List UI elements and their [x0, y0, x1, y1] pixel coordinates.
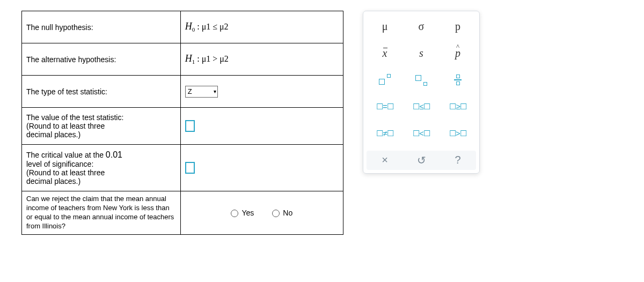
symbol-phat[interactable]: p — [442, 43, 474, 63]
option-no[interactable]: No — [272, 209, 292, 217]
question-text: Can we reject the claim that the mean an… — [22, 191, 181, 235]
null-hypothesis-label: The null hypothesis: — [22, 11, 181, 43]
relation-neq[interactable]: ☐≠☐ — [369, 124, 401, 143]
radio-icon — [231, 210, 238, 217]
row-test-value: The value of the test statistic: (Round … — [22, 108, 343, 145]
critical-value-input[interactable] — [185, 162, 195, 174]
null-hypothesis-value[interactable]: H0 : μ1 ≤ μ2 — [180, 11, 343, 43]
test-value-label: The value of the test statistic: (Round … — [22, 108, 181, 145]
critical-value-label: The critical value at the 0.01 level of … — [22, 145, 181, 191]
clear-button[interactable]: × — [369, 154, 401, 167]
test-type-value: Z ▾ — [180, 76, 343, 108]
row-critical-value: The critical value at the 0.01 level of … — [22, 145, 343, 191]
relation-equal[interactable]: ☐=☐ — [369, 97, 401, 116]
test-value-input[interactable] — [185, 120, 195, 132]
symbol-p[interactable]: p — [442, 17, 474, 36]
relation-le[interactable]: ☐≤☐ — [405, 97, 437, 116]
symbol-palette: μ σ p x s p ☐=☐ ☐≤☐ ☐≥☐ ☐≠☐ ☐<☐ ☐>☐ × ↺ … — [363, 11, 480, 174]
radio-icon — [272, 210, 280, 217]
template-subscript[interactable] — [405, 70, 437, 90]
template-fraction[interactable] — [442, 70, 474, 90]
hypothesis-test-table: The null hypothesis: H0 : μ1 ≤ μ2 The al… — [21, 11, 343, 235]
row-alt-hypothesis: The alternative hypothesis: H1 : μ1 > μ2 — [22, 43, 343, 76]
question-options: Yes No — [180, 191, 343, 235]
symbol-sigma[interactable]: σ — [405, 17, 437, 36]
option-yes[interactable]: Yes — [231, 209, 254, 217]
row-null-hypothesis: The null hypothesis: H0 : μ1 ≤ μ2 — [22, 11, 343, 43]
relation-gt[interactable]: ☐>☐ — [442, 124, 474, 143]
test-type-select[interactable]: Z ▾ — [185, 86, 218, 98]
template-superscript[interactable] — [369, 70, 401, 90]
symbol-xbar[interactable]: x — [369, 43, 401, 63]
symbol-s[interactable]: s — [405, 43, 437, 63]
symbol-mu[interactable]: μ — [369, 17, 401, 36]
test-value-cell — [180, 108, 343, 145]
alt-hypothesis-value[interactable]: H1 : μ1 > μ2 — [180, 43, 343, 76]
chevron-down-icon: ▾ — [214, 88, 216, 94]
test-type-label: The type of test statistic: — [22, 76, 181, 108]
palette-controls: × ↺ ? — [367, 151, 476, 170]
row-test-type: The type of test statistic: Z ▾ — [22, 76, 343, 108]
relation-lt[interactable]: ☐<☐ — [405, 124, 437, 143]
undo-button[interactable]: ↺ — [405, 154, 437, 167]
critical-value-cell — [180, 145, 343, 191]
row-question: Can we reject the claim that the mean an… — [22, 191, 343, 235]
help-button[interactable]: ? — [442, 154, 474, 167]
alt-hypothesis-label: The alternative hypothesis: — [22, 43, 181, 76]
relation-ge[interactable]: ☐≥☐ — [442, 97, 474, 116]
